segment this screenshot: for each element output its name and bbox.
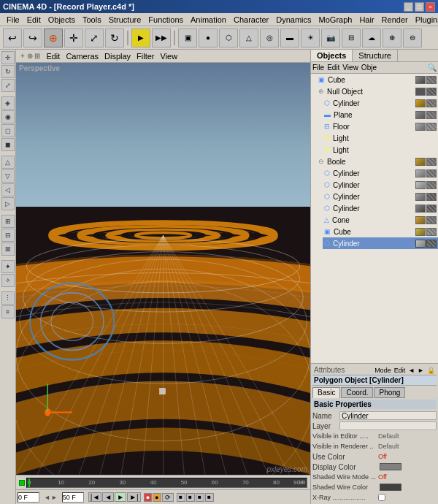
tool-sphere[interactable]: ● <box>199 28 218 47</box>
tool-cylinder[interactable]: ⬡ <box>219 28 238 47</box>
menu-render[interactable]: Render <box>378 15 412 25</box>
attr-tab-coord[interactable]: Coord. <box>341 387 373 398</box>
frame-step-forward[interactable]: ► <box>51 494 58 501</box>
attr-use-color-val[interactable]: Off <box>378 453 387 460</box>
tool-floor[interactable]: ⊟ <box>342 28 361 47</box>
menu-hair[interactable]: Hair <box>356 15 377 25</box>
menu-animation[interactable]: Animation <box>187 15 230 25</box>
attr-visible-editor-val[interactable]: Default <box>378 432 399 440</box>
tool-cube[interactable]: ▣ <box>178 28 197 47</box>
menu-structure[interactable]: Structure <box>105 15 145 25</box>
obj-floor[interactable]: ⊟ Floor <box>323 121 438 132</box>
obj-cone[interactable]: △ Cone <box>323 214 438 226</box>
attr-shaded-wire-color-swatch[interactable] <box>380 484 402 491</box>
transport-record-auto[interactable]: ● <box>153 493 161 502</box>
left-tool-18[interactable]: ≡ <box>1 305 15 318</box>
transport-record[interactable]: ● <box>144 493 152 502</box>
search-icon[interactable]: 🔍 <box>428 64 437 72</box>
transport-go-start[interactable]: |◄ <box>88 492 102 502</box>
left-tool-16[interactable]: ✧ <box>1 274 15 287</box>
obj-menu-view[interactable]: View <box>342 64 358 72</box>
obj-cube[interactable]: ▣ Cube <box>317 74 438 85</box>
tool-cone[interactable]: △ <box>239 28 258 47</box>
left-tool-5[interactable]: ◉ <box>1 110 15 123</box>
left-tool-2[interactable]: ↻ <box>1 65 15 78</box>
tool-plane[interactable]: ▬ <box>280 28 299 47</box>
timeline-ruler[interactable]: 0 10 20 30 40 50 60 70 80 90 90 F <box>26 478 307 488</box>
menu-functions[interactable]: Functions <box>145 15 187 25</box>
attr-shaded-wire-val[interactable]: Off <box>378 473 387 481</box>
menu-mograph[interactable]: MoGraph <box>315 15 356 25</box>
attr-layer-input[interactable] <box>339 421 437 430</box>
tool-sky[interactable]: ☁ <box>362 28 381 47</box>
attr-prev[interactable]: ◄ <box>408 367 415 374</box>
left-tool-17[interactable]: ⋮ <box>1 291 15 305</box>
attr-visible-render-val[interactable]: Default <box>378 443 399 450</box>
attr-lock[interactable]: 🔒 <box>427 367 435 374</box>
transport-extra-3[interactable]: ■ <box>196 493 204 502</box>
minimize-button[interactable]: _ <box>404 2 413 12</box>
current-frame-input[interactable] <box>18 492 39 503</box>
tool-light[interactable]: ☀ <box>301 28 320 47</box>
obj-null[interactable]: ⊕ Null Object <box>317 85 438 97</box>
obj-menu-obje[interactable]: Obje <box>361 64 377 72</box>
tool-rotate[interactable]: ↻ <box>105 28 124 47</box>
tool-render-view[interactable]: ▶ <box>131 28 150 47</box>
attr-next[interactable]: ► <box>418 367 424 374</box>
left-tool-14[interactable]: ⊠ <box>1 243 15 256</box>
menu-tools[interactable]: Tools <box>79 15 105 25</box>
end-frame-input[interactable] <box>62 492 84 503</box>
obj-plane[interactable]: ▬ Plane <box>323 109 438 121</box>
tool-boole[interactable]: ⊖ <box>403 28 422 47</box>
viewport-3d[interactable]: Perspective pxleyes.com <box>16 63 310 475</box>
tab-structure[interactable]: Structure <box>353 50 398 61</box>
attr-xray-checkbox[interactable] <box>378 494 385 501</box>
obj-cylinder-5[interactable]: ⬡ Cylinder <box>323 202 438 214</box>
transport-prev-frame[interactable]: ◄ <box>102 492 114 502</box>
left-tool-6[interactable]: ◻ <box>1 124 15 137</box>
vp-filter[interactable]: Filter <box>137 52 154 61</box>
obj-boole[interactable]: ⊖ Boole <box>317 156 438 167</box>
vp-view[interactable]: View <box>161 52 178 61</box>
obj-cylinder-3[interactable]: ⬡ Cylinder <box>323 179 438 191</box>
obj-menu-file[interactable]: File <box>312 64 324 72</box>
tool-scale[interactable]: ⤢ <box>85 28 104 47</box>
left-tool-15[interactable]: ✦ <box>1 260 15 273</box>
tool-move[interactable]: ✛ <box>64 28 83 47</box>
vp-display[interactable]: Display <box>104 52 131 61</box>
tool-render[interactable]: ▶▶ <box>152 28 171 47</box>
close-button[interactable]: × <box>426 2 435 12</box>
obj-light-1[interactable]: ☀ Light <box>323 132 438 144</box>
frame-step-back[interactable]: ◄ <box>44 494 50 501</box>
left-tool-3[interactable]: ⤢ <box>1 79 15 92</box>
tool-torus[interactable]: ◎ <box>260 28 279 47</box>
tool-camera[interactable]: 📷 <box>321 28 340 47</box>
obj-cylinder-1[interactable]: ⬡ Cylinder <box>323 97 438 109</box>
menu-objects[interactable]: Objects <box>45 15 79 25</box>
left-tool-7[interactable]: ◼ <box>1 138 15 151</box>
obj-cylinder-4[interactable]: ⬡ Cylinder <box>323 191 438 202</box>
menu-character[interactable]: Character <box>230 15 272 25</box>
tab-objects[interactable]: Objects <box>311 50 353 61</box>
menu-file[interactable]: File <box>3 15 23 25</box>
maximize-button[interactable]: □ <box>415 2 424 12</box>
attr-tab-basic[interactable]: Basic <box>312 387 340 398</box>
left-tool-11[interactable]: ▷ <box>1 197 15 210</box>
transport-extra-1[interactable]: ■ <box>177 493 185 502</box>
left-tool-1[interactable]: ✛ <box>1 51 15 64</box>
obj-cube-2[interactable]: ▣ Cube <box>323 226 438 237</box>
obj-cylinder-2[interactable]: ⬡ Cylinder <box>323 167 438 179</box>
tool-undo[interactable]: ↩ <box>3 28 22 47</box>
transport-loop[interactable]: ⟳ <box>162 493 174 502</box>
left-tool-8[interactable]: △ <box>1 156 15 169</box>
attr-tab-phong[interactable]: Phong <box>374 387 405 398</box>
tool-redo[interactable]: ↪ <box>23 28 42 47</box>
vp-cameras[interactable]: Cameras <box>66 52 99 61</box>
attr-display-color-swatch[interactable] <box>380 463 402 470</box>
menu-plugins[interactable]: Plugins <box>412 15 438 25</box>
left-tool-10[interactable]: ◁ <box>1 183 15 196</box>
attr-edit[interactable]: Edit <box>394 367 406 374</box>
left-tool-9[interactable]: ▽ <box>1 169 15 183</box>
transport-extra-2[interactable]: ■ <box>186 493 195 502</box>
tool-null[interactable]: ⊕ <box>383 28 402 47</box>
